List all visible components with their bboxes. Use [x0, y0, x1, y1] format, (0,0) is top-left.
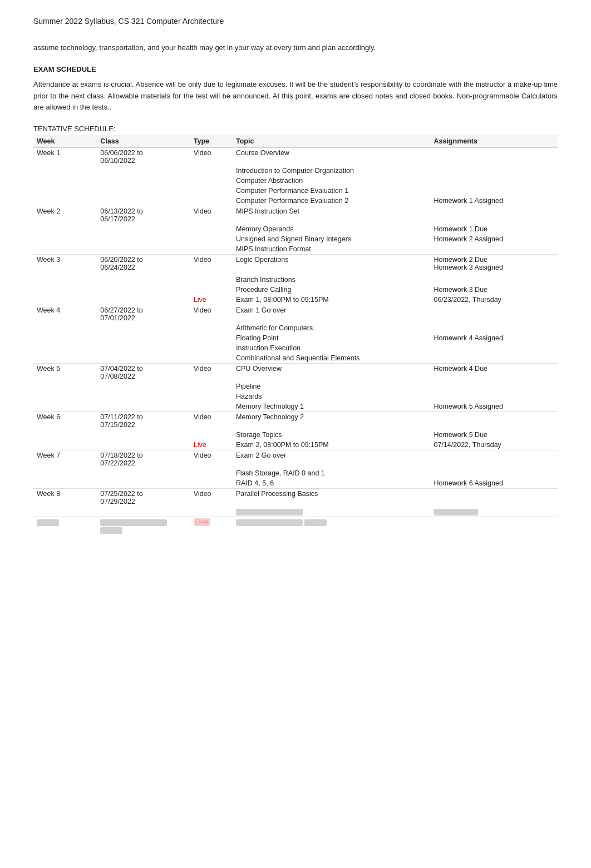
class-dates: 06/13/2022 to06/17/2022 — [97, 206, 190, 225]
class-dates-blurred — [97, 517, 190, 535]
schedule-table: Week Class Type Topic Assignments Week 1… — [33, 135, 558, 535]
table-row: Computer Performance Evaluation 1 — [33, 186, 558, 196]
topic-text: CPU Overview — [233, 364, 430, 382]
assignment-text — [430, 381, 558, 391]
assignment-text: Homework 1 Due — [430, 224, 558, 234]
table-row: Procedure Calling Homework 3 Due — [33, 285, 558, 295]
table-row: Storage Topics Homework 5 Due — [33, 430, 558, 440]
table-row: Week 2 06/13/2022 to06/17/2022 Video MIP… — [33, 206, 558, 225]
topic-text: Floating Point — [233, 333, 430, 343]
table-row: Memory Technology 1 Homework 5 Assigned — [33, 401, 558, 412]
assignment-text — [430, 412, 558, 430]
table-row: Combinational and Sequential Elements — [33, 353, 558, 364]
type-video: Video — [190, 450, 233, 469]
table-row: Week 5 07/04/2022 to07/08/2022 Video CPU… — [33, 364, 558, 382]
topic-text: Combinational and Sequential Elements — [233, 353, 430, 364]
week-label: Week 6 — [33, 412, 97, 430]
assignment-blurred — [430, 507, 558, 517]
class-dates: 06/06/2022 to06/10/2022 — [97, 148, 190, 166]
table-row: Arithmetic for Computers — [33, 323, 558, 333]
assignment-text: Homework 5 Due — [430, 430, 558, 440]
table-row: Live Exam 1, 08:00PM to 09:15PM 06/23/20… — [33, 295, 558, 305]
topic-text: Computer Abstraction — [233, 176, 430, 186]
table-row: MIPS Instruction Format — [33, 244, 558, 255]
table-row: Live Exam 2, 08:00PM to 09:15PM 07/14/20… — [33, 440, 558, 450]
table-row: Week 7 07/18/2022 to07/22/2022 Video Exa… — [33, 450, 558, 469]
table-row: Floating Point Homework 4 Assigned — [33, 333, 558, 343]
type-live: Live — [190, 295, 233, 305]
topic-blurred — [233, 507, 430, 517]
col-header-week: Week — [33, 135, 97, 148]
class-dates: 07/18/2022 to07/22/2022 — [97, 450, 190, 469]
assignment-text: Homework 4 Due — [430, 364, 558, 382]
type-video: Video — [190, 364, 233, 382]
assignment-text — [430, 244, 558, 255]
table-row: Computer Performance Evaluation 2 Homewo… — [33, 196, 558, 206]
col-header-type: Type — [190, 135, 233, 148]
exam-section-heading: EXAM SCHEDULE — [33, 65, 558, 73]
table-row: Branch Instructions — [33, 275, 558, 285]
topic-text: Logic Operations — [233, 255, 430, 273]
topic-text: Exam 2 Go over — [233, 450, 430, 469]
topic-text: Computer Performance Evaluation 2 — [233, 196, 430, 206]
topic-text: Memory Operands — [233, 224, 430, 234]
assignment-text: 06/23/2022, Thursday — [430, 295, 558, 305]
topic-text: Branch Instructions — [233, 275, 430, 285]
exam-text: Attendance at exams is crucial. Absence … — [33, 79, 558, 113]
tentative-label: TENTATIVE SCHEDULE: — [33, 125, 558, 133]
assignment-text — [430, 450, 558, 469]
week-label: Week 2 — [33, 206, 97, 225]
topic-text: Flash Storage, RAID 0 and 1 — [233, 468, 430, 478]
topic-text: Instruction Execution — [233, 343, 430, 353]
topic-text: Pipeline — [233, 381, 430, 391]
table-row: Week 8 07/25/2022 to07/29/2022 Video Par… — [33, 489, 558, 507]
class-dates: 07/25/2022 to07/29/2022 — [97, 489, 190, 507]
table-row: Week 3 06/20/2022 to06/24/2022 Video Log… — [33, 255, 558, 273]
page-title: Summer 2022 Syllabus, CS 321 Computer Ar… — [33, 17, 558, 26]
topic-text: Exam 1 Go over — [233, 305, 430, 324]
type-video: Video — [190, 305, 233, 324]
topic-blurred2 — [233, 517, 430, 535]
table-row: Pipeline — [33, 381, 558, 391]
table-row: Instruction Execution — [33, 343, 558, 353]
assignment-text: Homework 3 Due — [430, 285, 558, 295]
type-live-blurred: Live — [190, 517, 233, 535]
week-label: Week 1 — [33, 148, 97, 166]
table-row: Week 4 06/27/2022 to07/01/2022 Video Exa… — [33, 305, 558, 324]
week-label: Week 4 — [33, 305, 97, 324]
type-video: Video — [190, 489, 233, 507]
table-row: Unsigned and Signed Binary Integers Home… — [33, 234, 558, 244]
assignment-text: Homework 1 Assigned — [430, 196, 558, 206]
assignment-text: Homework 4 Assigned — [430, 333, 558, 343]
assignment-text — [430, 343, 558, 353]
table-row — [33, 507, 558, 517]
assignment-text: Homework 5 Assigned — [430, 401, 558, 412]
topic-text: Memory Technology 2 — [233, 412, 430, 430]
topic-text: Exam 1, 08:00PM to 09:15PM — [233, 295, 430, 305]
assignment-text — [430, 186, 558, 196]
table-row: Live — [33, 517, 558, 535]
topic-text: Arithmetic for Computers — [233, 323, 430, 333]
class-dates: 07/11/2022 to07/15/2022 — [97, 412, 190, 430]
table-row: Computer Abstraction — [33, 176, 558, 186]
topic-text: MIPS Instruction Format — [233, 244, 430, 255]
assignment-text — [430, 206, 558, 225]
topic-text: Memory Technology 1 — [233, 401, 430, 412]
type-live: Live — [190, 440, 233, 450]
topic-text: Hazards — [233, 391, 430, 401]
topic-text: Computer Performance Evaluation 1 — [233, 186, 430, 196]
table-row: Memory Operands Homework 1 Due — [33, 224, 558, 234]
topic-text: Exam 2, 08:00PM to 09:15PM — [233, 440, 430, 450]
col-header-class: Class — [97, 135, 190, 148]
assignment-text — [430, 391, 558, 401]
topic-text: Course Overview — [233, 148, 430, 166]
class-dates: 06/27/2022 to07/01/2022 — [97, 305, 190, 324]
assignment-text — [430, 176, 558, 186]
assignment-text — [430, 323, 558, 333]
topic-text: Unsigned and Signed Binary Integers — [233, 234, 430, 244]
type-video: Video — [190, 148, 233, 166]
topic-text: Procedure Calling — [233, 285, 430, 295]
assignment-text: 07/14/2022, Thursday — [430, 440, 558, 450]
intro-text: assume technology, transportation, and y… — [33, 42, 558, 54]
table-row: Week 6 07/11/2022 to07/15/2022 Video Mem… — [33, 412, 558, 430]
